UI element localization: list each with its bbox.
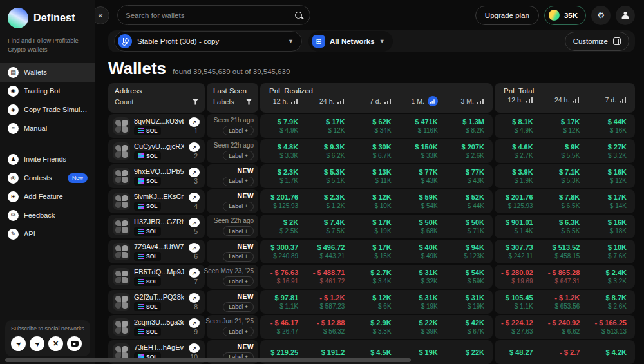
explorer-link-icon[interactable]: ↗ <box>189 243 200 253</box>
table-row[interactable]: H3ZJBR...GZRivdSOL↗5Seen 22h agoLabel +$… <box>108 215 635 238</box>
sort-24h[interactable]: 24 h. <box>542 96 589 104</box>
telegram-icon[interactable]: ➤ <box>11 336 26 351</box>
credits-badge[interactable]: 35K <box>544 6 586 25</box>
pnl-value: $ 54K$ 59K <box>446 269 493 285</box>
sort-3m[interactable]: 3 M. <box>446 96 493 106</box>
solana-icon <box>138 254 144 259</box>
explorer-link-icon[interactable]: ↗ <box>189 343 200 353</box>
pnl-realized-cell: $ 300.37$ 240.89$ 496.72$ 443.21$ 17K$ 1… <box>260 240 493 263</box>
add-label-button[interactable]: Label + <box>223 252 254 262</box>
last-seen-cell: NEWLabel + <box>207 290 258 314</box>
table-row[interactable]: 7Z9Av4...tUtW7LSOL↗6NEWLabel +$ 300.37$ … <box>108 240 635 263</box>
customize-button[interactable]: Customize <box>565 32 629 51</box>
sort-1m[interactable]: 1 M. <box>400 96 446 106</box>
pnl-value: $ 31K$ 19K <box>400 294 446 310</box>
table-row[interactable]: CuCyvU...gjcRXCSOL↗2Seen 22h agoLabel +$… <box>108 139 635 163</box>
table-row[interactable]: 5ivmKJ...EKsCroSOL↗4NEWLabel +$ 201.76$ … <box>108 189 635 213</box>
pnl-value: $ 31K$ 32K <box>400 269 446 285</box>
wallet-count: 4 <box>194 202 200 210</box>
explorer-link-icon[interactable]: ↗ <box>189 142 200 152</box>
add-label-button[interactable]: Label + <box>223 202 254 211</box>
pnl-value: $ 7.4K$ 7.5K <box>307 218 353 235</box>
solana-icon <box>138 329 144 334</box>
explorer-link-icon[interactable]: ↗ <box>189 168 200 177</box>
pnl-value: - $ 1.2K$ 587.23 <box>307 294 353 310</box>
x-icon[interactable]: ✕ <box>48 336 63 351</box>
pnl-value: $ 50K$ 68K <box>400 218 446 235</box>
add-label-button[interactable]: Label + <box>223 226 254 236</box>
last-seen-text: Seen 22h ago <box>214 142 254 149</box>
wallet-address: 7Z9Av4...tUtW7L <box>134 243 184 251</box>
table-row[interactable]: 2cqm3U...5ga3d2SOL↗9Seen Jun 21, '25Labe… <box>108 315 635 339</box>
pnl-value: $ 42K$ 67K <box>446 319 493 335</box>
sidebar-item-wallets[interactable]: ▤Wallets <box>0 63 95 82</box>
add-label-button[interactable]: Label + <box>223 327 254 336</box>
table-row[interactable]: 9hxEVQ...DPb5PuSOL↗3NEWLabel +$ 2.3K$ 1.… <box>108 164 635 188</box>
add-label-button[interactable]: Label + <box>223 151 254 160</box>
explorer-link-icon[interactable]: ↗ <box>189 293 200 303</box>
youtube-icon[interactable] <box>67 336 82 351</box>
add-label-button[interactable]: Label + <box>223 126 254 135</box>
add-label-button[interactable]: Label + <box>223 177 254 186</box>
brand-name: Definest <box>33 12 75 24</box>
explorer-link-icon[interactable]: ↗ <box>189 193 200 202</box>
preset-dropdown[interactable]: Stable Profit (30d) - copy ▼ <box>114 31 302 52</box>
telegram-channel-icon[interactable]: ➤ <box>30 336 44 351</box>
networks-icon: ⊞ <box>312 35 325 48</box>
wallet-count: 9 <box>194 328 200 336</box>
explorer-link-icon[interactable]: ↗ <box>189 218 200 227</box>
last-seen-text: NEW <box>238 242 254 250</box>
filter-funnel-icon[interactable] <box>246 99 252 105</box>
sort-7d[interactable]: 7 d. <box>353 96 399 106</box>
pnl-value: $ 471K$ 116K <box>400 118 446 134</box>
network-label: All Networks <box>330 37 375 45</box>
wallet-address: 2cqm3U...5ga3d2 <box>134 318 184 326</box>
table-row[interactable]: 8qvNUZ...kU3vbzSOL↗1Seen 21h agoLabel +$… <box>108 114 635 138</box>
table-row[interactable]: G2f2uT...PQ28kiSOL↗8NEWLabel +$ 97.81$ 1… <box>108 290 635 314</box>
network-dropdown[interactable]: ⊞ All Networks ▼ <box>308 31 393 52</box>
solana-icon <box>138 204 144 209</box>
add-label-button[interactable]: Label + <box>223 302 254 312</box>
sidebar-item-manual[interactable]: ≡Manual <box>0 119 95 138</box>
pnl-value: $ 17K$ 12K <box>542 118 589 134</box>
page-title: Wallets <box>108 59 166 79</box>
filter-funnel-icon[interactable] <box>193 99 198 105</box>
pnl-value: $ 2K$ 2.5K <box>260 218 307 235</box>
search-input[interactable] <box>126 12 290 19</box>
pnl-value: $ 4.6K$ 2.7K <box>495 143 542 159</box>
sort-24h[interactable]: 24 h. <box>307 96 353 106</box>
explorer-link-icon[interactable]: ↗ <box>189 318 200 328</box>
horizontal-scrollbar-thumb[interactable] <box>5 358 411 362</box>
explorer-link-icon[interactable]: ↗ <box>189 117 200 127</box>
add-label-button[interactable]: Label + <box>223 276 254 286</box>
api-icon: ✎ <box>8 229 19 240</box>
pnl-value: $ 12K$ 10K <box>353 193 399 209</box>
sidebar-item-contests[interactable]: ◎ContestsNew <box>0 169 95 187</box>
wallets-table: Address Count Last Seen Labels PnL Reali… <box>108 83 635 364</box>
upgrade-plan-button[interactable]: Upgrade plan <box>475 6 539 25</box>
sort-bars-icon <box>337 99 345 104</box>
token-badge: SOL <box>134 151 161 160</box>
token-badge: SOL <box>134 202 161 211</box>
sidebar-item-feedback[interactable]: ✉Feedback <box>0 206 95 225</box>
sidebar-item-copy-trade-simulator[interactable]: ◈Copy Trade Simulator <box>0 101 95 119</box>
sort-12h[interactable]: 12 h. <box>260 96 307 106</box>
pnl-value: $ 22K$ 39K <box>400 319 446 335</box>
sort-7d[interactable]: 7 d. <box>588 96 635 104</box>
pnl-value: $ 513.52$ 458.15 <box>542 244 589 260</box>
sidebar-item-add-feature[interactable]: ⊞Add Feature <box>0 187 95 206</box>
pnl-value: $ 2.7K$ 3.4K <box>353 269 399 285</box>
filters-icon <box>118 34 132 48</box>
pnl-value: $ 3.9K$ 1.9K <box>495 168 542 184</box>
table-row[interactable]: EB5TdQ...Mp9JR5SOL↗7Seen May 23, '25Labe… <box>108 265 635 289</box>
explorer-link-icon[interactable]: ↗ <box>189 268 200 278</box>
sort-12h[interactable]: 12 h. <box>495 96 542 104</box>
header-pnl-realized: PnL Realized 12 h.24 h.7 d.1 M.3 M. <box>260 83 493 113</box>
sidebar-item-api[interactable]: ✎API <box>0 225 95 244</box>
profile-button[interactable] <box>616 6 635 25</box>
pnl-realized-cell: - $ 46.17$ 26.47- $ 12.88$ 56.32$ 2.9K$ … <box>260 315 493 339</box>
sidebar-item-trading-bot[interactable]: ◉Trading Bot <box>0 82 95 101</box>
sidebar-item-invite-friends[interactable]: ♟Invite Friends <box>0 150 95 169</box>
settings-button[interactable]: ⚙ <box>591 6 611 25</box>
search-bar[interactable] <box>117 5 310 25</box>
